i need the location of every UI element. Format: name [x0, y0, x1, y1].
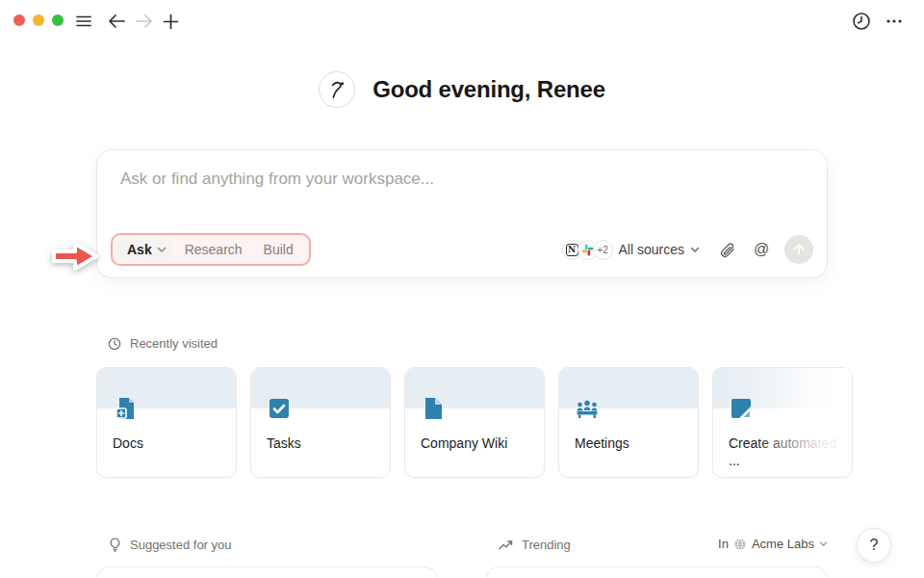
- arrow-up-icon: [792, 243, 806, 256]
- composer-toolbar: Ask Research Build N: [111, 233, 813, 266]
- trending-header: Trending: [499, 538, 571, 552]
- annotation-arrow-icon: [48, 237, 102, 276]
- task-check-icon: [267, 396, 292, 421]
- mode-ask-label: Ask: [127, 242, 152, 257]
- recently-visited-header: Recently visited: [108, 336, 218, 351]
- paperclip-icon: [719, 242, 735, 258]
- scope-workspace-name: Acme Labs: [752, 537, 814, 551]
- card-label: Docs: [113, 435, 224, 453]
- arrow-right-icon: [135, 13, 153, 29]
- close-window-button[interactable]: [13, 14, 25, 26]
- sidebar-menu-button[interactable]: [73, 11, 94, 32]
- trending-card-peek[interactable]: [486, 566, 828, 578]
- mode-build-button[interactable]: Build: [254, 238, 303, 261]
- chevron-down-icon: [157, 247, 167, 253]
- mode-switcher: Ask Research Build: [111, 233, 311, 266]
- minimize-window-button[interactable]: [33, 14, 44, 26]
- source-icons: N +2: [562, 240, 613, 260]
- card-label: Create automated ...: [729, 435, 840, 469]
- mode-ask-button[interactable]: Ask: [116, 238, 173, 261]
- suggested-title: Suggested for you: [130, 538, 232, 552]
- lightbulb-icon: [109, 538, 121, 552]
- mode-research-button[interactable]: Research: [175, 238, 252, 261]
- history-button[interactable]: [851, 11, 872, 32]
- card-tasks[interactable]: Tasks: [250, 367, 391, 478]
- globe-icon: [733, 538, 747, 551]
- chevron-down-icon: [819, 541, 828, 547]
- greeting-header: Good evening, Renee: [0, 71, 924, 108]
- recently-visited-title: Recently visited: [130, 336, 218, 351]
- card-label: Tasks: [267, 435, 378, 453]
- ellipsis-icon: [885, 12, 904, 31]
- more-options-button[interactable]: [884, 11, 905, 32]
- page-title: Good evening, Renee: [372, 76, 605, 103]
- help-label: ?: [870, 537, 879, 554]
- trending-up-icon: [499, 539, 513, 551]
- plus-icon: [163, 13, 179, 30]
- trending-title: Trending: [522, 538, 571, 552]
- workspace-scope-selector[interactable]: In Acme Labs: [718, 537, 828, 551]
- chevron-down-icon: [690, 247, 700, 253]
- all-sources-label: All sources: [619, 242, 684, 257]
- suggested-header: Suggested for you: [109, 538, 232, 552]
- search-input[interactable]: [120, 170, 794, 189]
- all-sources-selector[interactable]: N +2 All sources: [556, 237, 706, 263]
- window-toolbar: [0, 0, 924, 42]
- card-label: Company Wiki: [421, 435, 532, 453]
- card-label: Meetings: [575, 435, 686, 453]
- card-meetings[interactable]: Meetings: [558, 367, 699, 478]
- clock-icon: [108, 337, 121, 351]
- send-button[interactable]: [784, 235, 813, 264]
- meeting-people-icon: [575, 396, 600, 421]
- notion-face-icon: [319, 71, 355, 108]
- zoom-window-button[interactable]: [52, 14, 64, 26]
- scope-prefix: In: [718, 537, 729, 551]
- suggested-card-peek[interactable]: [96, 566, 438, 578]
- ask-composer: Ask Research Build N: [96, 149, 828, 278]
- clock-icon: [852, 12, 871, 31]
- template-icon: [729, 396, 754, 421]
- card-create-automated[interactable]: Create automated ...: [712, 367, 853, 478]
- hamburger-menu-icon: [75, 13, 92, 30]
- at-sign-icon: @: [754, 241, 769, 258]
- help-button[interactable]: ?: [857, 528, 891, 563]
- back-button[interactable]: [106, 11, 127, 32]
- source-overflow-badge: +2: [593, 240, 613, 260]
- wiki-doc-icon: [421, 396, 446, 421]
- forward-button[interactable]: [133, 11, 154, 32]
- doc-plus-icon: [113, 396, 138, 421]
- card-docs[interactable]: Docs: [96, 367, 237, 478]
- attach-file-button[interactable]: [713, 236, 740, 263]
- mention-button[interactable]: @: [748, 236, 775, 263]
- new-tab-button[interactable]: [160, 11, 181, 32]
- recently-visited-cards: Docs Tasks Company Wiki Meeting: [96, 367, 853, 478]
- arrow-left-icon: [108, 13, 126, 29]
- card-company-wiki[interactable]: Company Wiki: [404, 367, 545, 478]
